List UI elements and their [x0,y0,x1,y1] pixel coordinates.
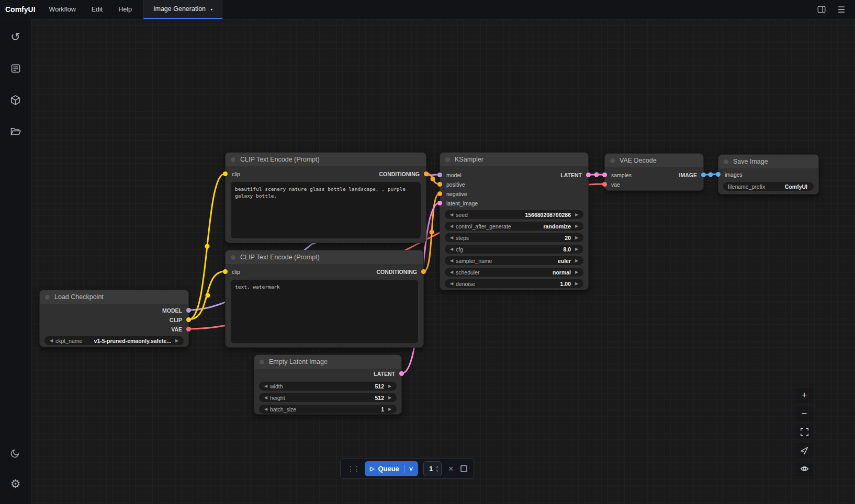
output-slot-conditioning[interactable] [424,171,429,176]
increment-arrow-icon[interactable]: ▶ [174,338,180,343]
collapse-dot-icon[interactable] [231,255,235,260]
toggle-panel-button[interactable] [816,4,827,15]
toggle-link-visibility-button[interactable] [795,461,813,476]
node-clip-text-encode-positive[interactable]: CLIP Text Encode (Prompt) clip CONDITION… [225,152,426,243]
sidebar-item-workflows[interactable] [5,121,26,142]
node-header[interactable]: KSampler [440,153,588,166]
increment-arrow-icon[interactable]: ▶ [573,247,580,251]
widget-cfg[interactable]: ◀ cfg 8.0 ▶ [445,245,583,254]
increment-arrow-icon[interactable]: ▶ [573,281,580,286]
widget-denoise[interactable]: ◀ denoise 1.00 ▶ [445,279,583,288]
fit-view-button[interactable] [795,425,813,440]
collapse-dot-icon[interactable] [445,157,450,162]
decrement-arrow-icon[interactable]: ◀ [448,235,455,240]
app-logo[interactable]: ComfyUI [0,0,42,19]
increment-arrow-icon[interactable]: ▶ [573,212,580,217]
zoom-in-button[interactable]: + [795,388,813,403]
widget-width[interactable]: ◀ width 512 ▶ [259,382,397,391]
input-slot-clip[interactable] [223,269,228,274]
menu-help[interactable]: Help [118,6,132,13]
input-slot-latent-image[interactable] [437,201,442,205]
node-vae-decode[interactable]: VAE Decode samples IMAGE vae [604,153,704,191]
node-header[interactable]: CLIP Text Encode (Prompt) [226,153,426,166]
widget-height[interactable]: ◀ height 512 ▶ [259,393,397,402]
input-slot-images[interactable] [716,172,721,177]
increment-arrow-icon[interactable]: ▶ [387,384,393,388]
input-slot-samples[interactable] [602,173,607,177]
node-save-image[interactable]: Save Image images filename_prefix ComfyU… [718,154,819,194]
sidebar-item-model-library[interactable] [5,89,26,110]
widget-filename-prefix[interactable]: filename_prefix ComfyUI [723,182,814,191]
prompt-textarea[interactable]: beautiful scenery nature glass bottle la… [231,182,421,238]
sidebar-item-queue-history[interactable]: ↺ [5,27,26,48]
settings-button[interactable]: ⚙ [5,474,26,495]
node-load-checkpoint[interactable]: Load Checkpoint MODEL CLIP VAE ◀ ckpt_na… [39,290,189,347]
widget-sampler-name[interactable]: ◀ sampler_name euler ▶ [445,256,583,265]
theme-toggle-button[interactable] [5,442,26,463]
queue-options-chevron-icon[interactable]: ˅ [409,465,413,473]
output-slot-vae[interactable] [186,327,191,331]
increment-arrow-icon[interactable]: ▶ [387,407,393,411]
node-header[interactable]: VAE Decode [605,154,703,167]
clear-queue-icon[interactable]: × [447,464,455,474]
increment-arrow-icon[interactable]: ▶ [573,270,580,274]
sidebar-item-node-library[interactable] [5,58,26,79]
collapse-dot-icon[interactable] [231,157,235,162]
decrement-count-icon[interactable]: ˅ [436,469,438,473]
node-ksampler[interactable]: KSampler model LATENT positive negative … [440,152,589,290]
decrement-arrow-icon[interactable]: ◀ [263,395,269,400]
node-clip-text-encode-negative[interactable]: CLIP Text Encode (Prompt) clip CONDITION… [225,250,424,348]
hamburger-menu-icon: ☰ [838,5,845,15]
queue-button[interactable]: ▷ Queue ˅ [365,461,418,476]
node-header[interactable]: Save Image [718,155,818,168]
increment-arrow-icon[interactable]: ▶ [573,224,580,228]
tab-image-generation[interactable]: Image Generation ● [143,0,222,19]
decrement-arrow-icon[interactable]: ◀ [448,224,455,228]
increment-arrow-icon[interactable]: ▶ [573,258,580,263]
menu-edit[interactable]: Edit [92,6,103,13]
decrement-arrow-icon[interactable]: ◀ [48,338,54,343]
input-slot-model[interactable] [437,173,442,177]
decrement-arrow-icon[interactable]: ◀ [448,212,455,217]
input-slot-positive[interactable] [437,182,442,187]
decrement-arrow-icon[interactable]: ◀ [263,384,269,388]
output-slot-clip[interactable] [186,317,191,322]
select-mode-button[interactable] [795,443,813,458]
node-header[interactable]: Load Checkpoint [40,290,188,304]
input-slot-clip[interactable] [223,171,228,176]
output-slot-conditioning[interactable] [421,269,426,274]
widget-seed[interactable]: ◀ seed 156680208700286 ▶ [445,210,583,219]
collapse-dot-icon[interactable] [45,295,50,300]
node-empty-latent-image[interactable]: Empty Latent Image LATENT ◀ width 512 ▶ … [254,354,402,415]
menu-workflow[interactable]: Workflow [49,6,76,13]
hamburger-menu-button[interactable]: ☰ [836,4,847,15]
output-slot-model[interactable] [186,308,191,313]
prompt-textarea[interactable]: text, watermark [231,280,418,343]
output-slot-image[interactable] [701,173,706,177]
decrement-arrow-icon[interactable]: ◀ [448,258,455,263]
increment-arrow-icon[interactable]: ▶ [387,395,393,400]
widget-control-after-generate[interactable]: ◀ control_after_generate randomize ▶ [445,222,583,231]
collapse-dot-icon[interactable] [724,159,728,164]
input-slot-vae[interactable] [602,182,607,187]
collapse-dot-icon[interactable] [610,158,615,163]
output-slot-latent[interactable] [399,371,404,376]
increment-arrow-icon[interactable]: ▶ [573,235,580,240]
decrement-arrow-icon[interactable]: ◀ [448,270,455,274]
node-header[interactable]: CLIP Text Encode (Prompt) [226,250,423,264]
widget-steps[interactable]: ◀ steps 20 ▶ [445,233,583,242]
output-slot-latent[interactable] [586,173,591,177]
decrement-arrow-icon[interactable]: ◀ [448,247,455,251]
stop-icon[interactable] [460,465,467,472]
zoom-out-button[interactable]: − [795,406,813,421]
decrement-arrow-icon[interactable]: ◀ [263,407,269,411]
input-slot-negative[interactable] [437,191,442,196]
decrement-arrow-icon[interactable]: ◀ [448,281,455,286]
widget-batch-size[interactable]: ◀ batch_size 1 ▶ [259,405,397,414]
collapse-dot-icon[interactable] [260,360,264,364]
widget-scheduler[interactable]: ◀ scheduler normal ▶ [445,268,583,277]
node-header[interactable]: Empty Latent Image [254,355,401,369]
drag-handle-icon[interactable]: ⋮⋮ [347,465,359,473]
widget-ckpt-name[interactable]: ◀ ckpt_name v1-5-pruned-emaonly.safete..… [44,336,184,345]
batch-count-input[interactable]: 1 ˄ ˅ [423,461,442,476]
